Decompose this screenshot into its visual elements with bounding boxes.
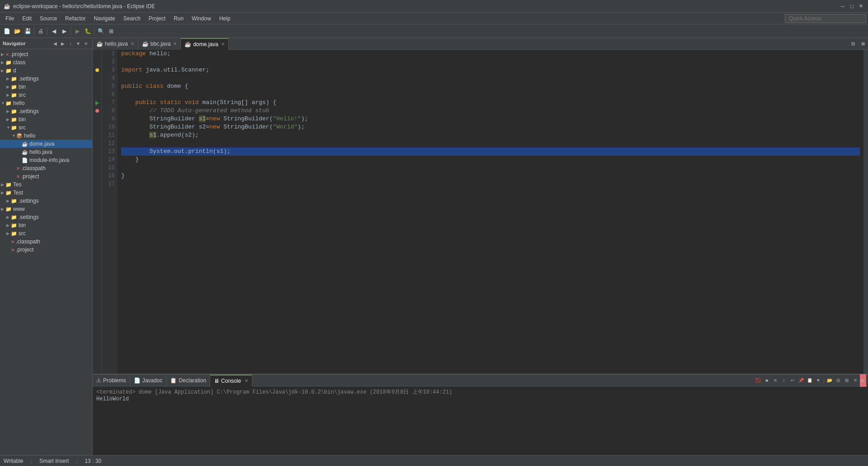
editor-min-button[interactable]: ⊟ — [848, 39, 858, 49]
tab-close-console[interactable]: ✕ — [245, 378, 248, 383]
tab-close-button[interactable]: ✕ — [173, 41, 177, 46]
tree-arrow — [6, 247, 11, 252]
close-button[interactable]: ✕ — [857, 3, 864, 10]
console-word-wrap[interactable]: ↩ — [788, 376, 797, 385]
tree-label: .settings — [19, 198, 39, 204]
console-terminate-button[interactable]: ■ — [763, 376, 771, 385]
menu-project[interactable]: Project — [145, 14, 169, 23]
tab-label: Declaration — [179, 377, 206, 384]
nav-collapse[interactable]: ◀ — [52, 40, 59, 47]
tree-item-src[interactable]: ▶ 📁 src — [0, 91, 92, 99]
panel-options[interactable]: ▶ — [860, 374, 866, 387]
toolbar-new[interactable]: 📄 — [2, 26, 12, 36]
tab-problems[interactable]: ⚠ Problems — [93, 375, 130, 386]
tree-item-test[interactable]: ▶ 📁 Test — [0, 189, 92, 197]
menu-navigate[interactable]: Navigate — [90, 14, 118, 23]
tree-item-dome-java[interactable]: ☕ dome.java — [0, 140, 92, 148]
tree-item-bin-www[interactable]: ▶ 📁 bin — [0, 221, 92, 229]
menu-file[interactable]: File — [2, 14, 18, 23]
toolbar-open[interactable]: 📂 — [12, 26, 22, 36]
minimize-button[interactable]: ─ — [839, 3, 846, 10]
tree-item-hello-pkg[interactable]: ▼ 📦 hello — [0, 132, 92, 140]
tree-item-settings3[interactable]: ▶ 📁 .settings — [0, 197, 92, 205]
toolbar-run[interactable]: ▶ — [72, 26, 82, 36]
tab-close-button[interactable]: ✕ — [131, 41, 134, 46]
toolbar-back[interactable]: ◀ — [49, 26, 59, 36]
menu-search[interactable]: Search — [120, 14, 144, 23]
menu-window[interactable]: Window — [188, 14, 215, 23]
toolbar-search[interactable]: 🔍 — [96, 26, 106, 36]
tree-label: .project — [16, 247, 33, 253]
toolbar-debug[interactable]: 🐛 — [83, 26, 93, 36]
tree-item-settings-www[interactable]: ▶ 📁 .settings — [0, 213, 92, 221]
tree-item-project[interactable]: ▶ ✕ .project — [0, 50, 92, 58]
folder-icon: 📁 — [5, 100, 12, 106]
tab-label: Problems — [103, 377, 126, 384]
tree-item-src2[interactable]: ▼ 📁 src — [0, 124, 92, 132]
menu-help[interactable]: Help — [216, 14, 234, 23]
editor-max-button[interactable]: ⊞ — [858, 39, 868, 49]
tree-item-classpath-www[interactable]: ✕ .classpath — [0, 238, 92, 246]
tab-declaration[interactable]: 📋 Declaration — [166, 375, 210, 386]
console-copy[interactable]: 📋 — [806, 376, 814, 385]
tree-item-classpath[interactable]: ✕ .classpath — [0, 164, 92, 172]
toolbar-forward[interactable]: ▶ — [59, 26, 69, 36]
tree-item-class[interactable]: ▶ 📁 class — [0, 58, 92, 67]
tab-label: hello.java — [105, 41, 128, 47]
tab-javadoc[interactable]: 📄 Javadoc — [130, 375, 167, 386]
console-settings[interactable]: ⊟ — [834, 376, 842, 385]
tab-console[interactable]: 🖥 Console ✕ — [210, 375, 252, 386]
console-pin[interactable]: 📌 — [797, 376, 805, 385]
tree-item-hello[interactable]: ▼ 📁 hello — [0, 99, 92, 107]
editor-right-scrollbar[interactable] — [863, 50, 868, 374]
tree-label: hello.java — [29, 149, 52, 155]
tree-item-d[interactable]: ▶ 📁 d — [0, 67, 92, 75]
console-max[interactable]: ⊞ — [843, 376, 851, 385]
console-clear-button[interactable]: 🚫 — [754, 376, 762, 385]
code-line-10: StringBuilder s2=new StringBuilder("Worl… — [121, 123, 860, 131]
console-close[interactable]: ✕ — [851, 376, 859, 385]
console-dropdown[interactable]: ▼ — [814, 376, 822, 385]
nav-expand[interactable]: ▶ — [59, 40, 66, 47]
toolbar-save[interactable]: 💾 — [23, 26, 33, 36]
code-content[interactable]: package hello; import java.util.Scanner;… — [118, 50, 863, 374]
code-line-6 — [121, 90, 860, 99]
maximize-button[interactable]: □ — [848, 3, 855, 10]
tree-item-bin[interactable]: ▶ 📁 bin — [0, 83, 92, 91]
console-open-file[interactable]: 📂 — [826, 376, 834, 385]
nav-sync[interactable]: ↕ — [67, 40, 74, 47]
tree-item-bin3[interactable]: ▶ 📁 www — [0, 205, 92, 213]
toolbar-print[interactable]: 🖨 — [36, 26, 46, 36]
tree-item-module-info[interactable]: 📄 module-info.java — [0, 156, 92, 164]
nav-close[interactable]: ✕ — [82, 40, 90, 47]
nav-menu[interactable]: ▼ — [75, 40, 82, 47]
tree-label: bin — [19, 116, 26, 123]
tree-item-project-www[interactable]: ✕ .project — [0, 246, 92, 254]
toolbar-sep2 — [47, 27, 47, 35]
tab-hello-java[interactable]: ☕ hello.java ✕ — [93, 38, 138, 50]
tree-item-project2[interactable]: ✕ .project — [0, 172, 92, 181]
tab-close-button[interactable]: ✕ — [221, 42, 225, 47]
toolbar-perspective[interactable]: ⊞ — [106, 26, 116, 36]
tree-item-src-www[interactable]: ▶ 📁 src — [0, 229, 92, 238]
tree-item-bin2[interactable]: ▶ 📁 bin — [0, 115, 92, 124]
code-line-14: } — [121, 156, 860, 164]
tab-bbc-java[interactable]: ☕ bbc.java ✕ — [138, 38, 181, 50]
tab-dome-java[interactable]: ☕ dome.java ✕ — [181, 38, 228, 50]
menu-refactor[interactable]: Refactor — [61, 14, 89, 23]
tree-item-tes[interactable]: ▶ 📁 Tes — [0, 181, 92, 189]
code-line-15 — [121, 164, 860, 172]
folder-icon: 📁 — [11, 92, 17, 98]
tree-item-settings[interactable]: ▶ 📁 .settings — [0, 75, 92, 83]
folder-icon: 📁 — [5, 182, 12, 188]
folder-icon: 📁 — [5, 68, 12, 74]
menu-source[interactable]: Source — [36, 14, 61, 23]
tree-item-settings2[interactable]: ▶ 📁 .settings — [0, 107, 92, 115]
menu-edit[interactable]: Edit — [19, 14, 35, 23]
menu-run[interactable]: Run — [170, 14, 187, 23]
console-auto-scroll[interactable]: ↕ — [780, 376, 788, 385]
quick-access-input[interactable] — [785, 14, 866, 23]
tree-item-hello-java[interactable]: ☕ hello.java — [0, 148, 92, 156]
console-remove-button[interactable]: ✕ — [771, 376, 779, 385]
code-editor[interactable]: 1 2 3 4 5 6 7 8 9 10 11 12 13 14 15 16 1 — [93, 50, 868, 374]
